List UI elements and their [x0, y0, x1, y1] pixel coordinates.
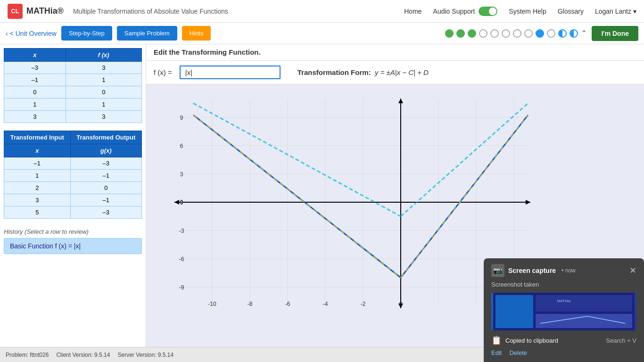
home-link[interactable]: Home: [404, 8, 421, 15]
table-row: –3 3: [4, 62, 142, 74]
trans-gx-5: –3: [70, 206, 141, 219]
table-row: –1 1: [4, 74, 142, 86]
table-row: 2 0: [4, 182, 142, 194]
table-row: 5 –3: [4, 206, 142, 219]
instruction-text: Edit the Transforming Function.: [154, 48, 261, 56]
user-menu[interactable]: Logan Lantz ▾: [595, 8, 636, 15]
table-row: 3 –1: [4, 194, 142, 206]
thumbnail-preview: MATHia: [491, 293, 636, 330]
instruction-bar: Edit the Transforming Function.: [146, 44, 644, 61]
toggle-knob: [489, 8, 496, 15]
function-label: f (x) =: [154, 68, 172, 76]
table-row: –1 –3: [4, 157, 142, 170]
svg-rect-46: [536, 314, 632, 328]
progress-dot-9: [536, 29, 544, 38]
svg-text:-10: -10: [208, 301, 216, 307]
table-row: 0 0: [4, 86, 142, 99]
svg-text:3: 3: [180, 171, 183, 178]
popup-title: Screen capture: [508, 267, 556, 274]
trans-gx-1: –3: [70, 157, 141, 170]
progress-dot-8: [524, 29, 533, 38]
basic-fx-3: 0: [66, 86, 142, 99]
chevron-down-icon: ▾: [633, 8, 636, 15]
audio-support-control: Audio Support: [433, 7, 498, 16]
svg-text:-6: -6: [179, 256, 184, 263]
top-navigation: CL MATHia® Multiple Transformations of A…: [0, 0, 644, 23]
progress-dot-12: [570, 29, 578, 38]
transformation-form-label: Transformation Form: y = ±A|x − C| + D: [297, 68, 429, 76]
table-row: 3 3: [4, 111, 142, 123]
svg-text:9: 9: [180, 115, 183, 121]
popup-actions: 📋 Copied to clipboard Search + V: [491, 335, 636, 346]
toolbar: ‹ < Unit Overview Step-by-Step Sample Pr…: [0, 23, 644, 44]
sample-problem-button[interactable]: Sample Problem: [117, 26, 177, 41]
edit-button[interactable]: Edit: [491, 349, 502, 356]
progress-dot-11: [558, 29, 567, 38]
progress-collapse-button[interactable]: ⌃: [581, 29, 587, 38]
table-row: 1 –1: [4, 170, 142, 182]
popup-edit-delete: Edit Delete: [491, 349, 636, 356]
trans-gx-4: –1: [70, 194, 141, 206]
basic-x-1: –3: [4, 62, 66, 74]
glossary-link[interactable]: Glossary: [558, 8, 584, 15]
nav-links: Home Audio Support System Help Glossary …: [404, 7, 636, 16]
transformed-function-table: Transformed Input Transformed Output x g…: [4, 131, 142, 219]
im-done-button[interactable]: I'm Done: [592, 26, 638, 41]
svg-text:MATHia: MATHia: [557, 299, 571, 303]
step-by-step-button[interactable]: Step-by-Step: [61, 26, 112, 41]
hints-button[interactable]: Hints: [182, 26, 211, 41]
status-left: Problem: fttnt026 Client Version: 9.5.14…: [6, 352, 173, 358]
basic-function-table: x f (x) –3 3 –1 1 0 0 1: [4, 48, 142, 123]
trans-x-3: 2: [4, 182, 71, 194]
page-title: Multiple Transformations of Absolute Val…: [73, 8, 404, 15]
history-section: History (Select a row to review) Basic F…: [4, 226, 142, 256]
basic-fx-4: 1: [66, 99, 142, 111]
popup-subtitle: Screenshot taken: [491, 281, 636, 288]
logo-text: MATHia®: [26, 6, 64, 16]
popup-close-button[interactable]: ✕: [629, 265, 636, 276]
unit-overview-label: < Unit Overview: [10, 30, 57, 37]
basic-x-3: 0: [4, 86, 66, 99]
delete-button[interactable]: Delete: [509, 349, 527, 356]
progress-indicator: ⌃: [445, 29, 587, 38]
trans-x-1: –1: [4, 157, 71, 170]
basic-table-col1-header: x: [4, 49, 66, 62]
progress-dot-5: [490, 29, 499, 38]
popup-time: • now: [561, 267, 576, 274]
audio-support-label: Audio Support: [433, 8, 475, 15]
basic-x-4: 1: [4, 99, 66, 111]
copied-text: Copied to clipboard: [505, 337, 558, 344]
table-row: 1 1: [4, 99, 142, 111]
progress-dot-1: [445, 29, 454, 38]
logo-icon: CL: [8, 4, 23, 19]
logo-area: CL MATHia®: [8, 4, 64, 19]
transformed-col1-sub: x: [4, 144, 71, 157]
trans-gx-3: 0: [70, 182, 141, 194]
svg-text:-9: -9: [179, 284, 184, 291]
history-item[interactable]: Basic Function f (x) = |x|: [4, 238, 142, 254]
progress-dot-2: [456, 29, 465, 38]
svg-text:0: 0: [180, 199, 183, 206]
progress-dot-6: [502, 29, 510, 38]
transformed-col2-sub: g(x): [70, 144, 141, 157]
screen-capture-icon: 📷: [491, 264, 504, 277]
transformed-col2-header: Transformed Output: [70, 131, 141, 144]
problem-id: Problem: fttnt026: [6, 352, 49, 358]
progress-dot-10: [547, 29, 555, 38]
svg-text:-8: -8: [248, 301, 253, 307]
function-editor-area: f (x) = Transformation Form: y = ±A|x − …: [146, 61, 644, 84]
progress-dot-4: [479, 29, 487, 38]
system-help-link[interactable]: System Help: [509, 8, 546, 15]
svg-text:-2: -2: [361, 301, 366, 307]
svg-text:-6: -6: [285, 301, 290, 307]
svg-text:0: 0: [399, 301, 403, 307]
progress-dot-3: [468, 29, 476, 38]
function-input[interactable]: [180, 66, 281, 79]
basic-fx-1: 3: [66, 62, 142, 74]
basic-fx-2: 1: [66, 74, 142, 86]
popup-header-left: 📷 Screen capture • now: [491, 264, 576, 277]
unit-overview-button[interactable]: ‹ < Unit Overview: [6, 30, 57, 37]
basic-x-5: 3: [4, 111, 66, 123]
svg-rect-44: [495, 295, 533, 328]
audio-support-toggle[interactable]: [479, 7, 497, 16]
